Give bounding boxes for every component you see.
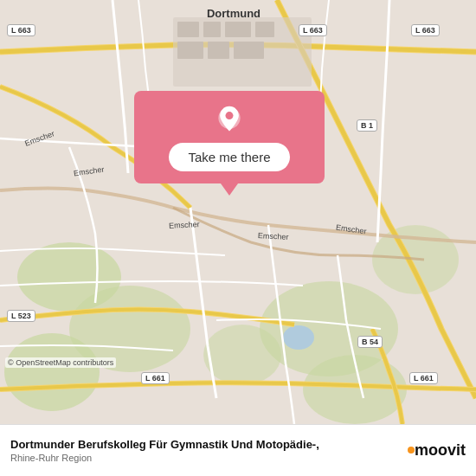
place-subtitle: Rhine-Ruhr Region — [10, 453, 399, 463]
moovit-dot — [408, 447, 415, 453]
badge-l661-right: L 661 — [409, 372, 438, 384]
svg-rect-10 — [177, 22, 199, 37]
svg-rect-14 — [177, 42, 203, 59]
info-bar: Dortmunder Berufskolleg Für Gymnastik Un… — [0, 424, 476, 476]
map-container: Dortmund Emscher Emscher Emscher Emscher… — [0, 0, 476, 424]
svg-text:Dortmund: Dortmund — [207, 7, 261, 20]
badge-l661-left: L 661 — [141, 372, 170, 384]
badge-l523: L 523 — [7, 310, 35, 322]
svg-rect-11 — [203, 22, 221, 37]
svg-rect-13 — [255, 22, 274, 37]
svg-rect-12 — [225, 22, 251, 37]
badge-b54: B 54 — [357, 336, 383, 348]
badge-l663-right: L 663 — [411, 24, 440, 36]
osm-attribution: © OpenStreetMap contributors — [5, 357, 116, 368]
location-pin-icon — [214, 105, 245, 136]
badge-b1: B 1 — [357, 119, 377, 132]
svg-point-8 — [283, 325, 314, 350]
road-label-emscher-3: Emscher — [169, 220, 200, 230]
moovit-text: moovit — [415, 441, 466, 460]
badge-l663-center: L 663 — [299, 24, 327, 36]
svg-rect-15 — [208, 42, 229, 59]
take-me-there-button[interactable]: Take me there — [169, 143, 289, 171]
moovit-logo: moovit — [408, 441, 466, 460]
svg-rect-16 — [234, 42, 264, 59]
location-popup: Take me there — [134, 91, 325, 183]
road-label-emscher-4: Emscher — [258, 231, 289, 241]
badge-l663-left: L 663 — [7, 24, 35, 36]
svg-point-6 — [203, 325, 281, 385]
svg-point-20 — [226, 112, 234, 119]
info-text: Dortmunder Berufskolleg Für Gymnastik Un… — [10, 438, 399, 463]
place-title: Dortmunder Berufskolleg Für Gymnastik Un… — [10, 438, 399, 453]
